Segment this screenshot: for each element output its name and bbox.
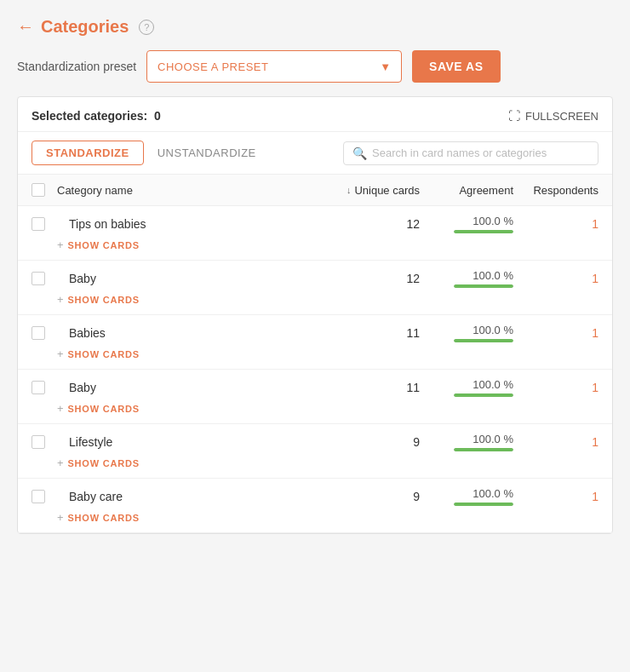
progress-fill-3 xyxy=(454,393,513,397)
table-row: Baby 11 100.0 % 1 + SHOW CARDS xyxy=(18,370,612,424)
category-name-4: Lifestyle xyxy=(57,435,326,449)
plus-icon-3: + xyxy=(57,402,64,415)
check-col-4 xyxy=(32,435,57,449)
table-row: Babies 11 100.0 % 1 + SHOW CARDS xyxy=(18,315,612,370)
plus-icon-5: + xyxy=(57,511,64,524)
row-checkbox-0[interactable] xyxy=(32,217,45,231)
col-respondents-header: Respondents xyxy=(513,184,598,197)
back-nav[interactable]: ← Categories ? xyxy=(17,17,613,37)
fullscreen-icon: ⛶ xyxy=(508,109,520,123)
agreement-col-5: 100.0 % xyxy=(420,487,513,506)
agreement-col-3: 100.0 % xyxy=(420,378,513,397)
toolbar: STANDARDIZE UNSTANDARDIZE 🔍 xyxy=(18,132,612,175)
main-panel: Selected categories: 0 ⛶ FULLSCREEN STAN… xyxy=(17,96,613,534)
standardize-button[interactable]: STANDARDIZE xyxy=(32,141,144,165)
row-sub-0: + SHOW CARDS xyxy=(18,237,612,260)
row-main-1: Baby 12 100.0 % 1 xyxy=(18,261,612,291)
table-row: Tips on babies 12 100.0 % 1 + SHOW CARDS xyxy=(18,206,612,261)
category-name-3: Baby xyxy=(57,381,326,394)
fullscreen-button[interactable]: ⛶ FULLSCREEN xyxy=(508,109,598,123)
back-arrow-icon: ← xyxy=(17,17,34,37)
progress-bar-3 xyxy=(454,393,513,397)
agreement-val-1: 100.0 % xyxy=(472,269,513,282)
row-checkbox-5[interactable] xyxy=(32,490,45,503)
row-sub-4: + SHOW CARDS xyxy=(18,455,612,478)
help-icon[interactable]: ? xyxy=(139,20,154,35)
check-col-2 xyxy=(32,326,57,340)
category-name-0: Tips on babies xyxy=(57,217,326,231)
show-cards-label-1: SHOW CARDS xyxy=(67,295,139,305)
respondents-val-0: 1 xyxy=(513,217,598,231)
show-cards-label-4: SHOW CARDS xyxy=(67,458,139,468)
show-cards-button-5[interactable]: + SHOW CARDS xyxy=(57,511,140,524)
agreement-col-4: 100.0 % xyxy=(420,433,513,451)
check-col-1 xyxy=(32,272,57,285)
show-cards-label-0: SHOW CARDS xyxy=(67,240,139,250)
respondents-val-2: 1 xyxy=(513,326,598,340)
show-cards-label-3: SHOW CARDS xyxy=(67,404,139,414)
row-sub-2: + SHOW CARDS xyxy=(18,346,612,369)
plus-icon-2: + xyxy=(57,347,64,360)
agreement-val-0: 100.0 % xyxy=(472,215,513,227)
respondents-val-1: 1 xyxy=(513,272,598,285)
row-main-5: Baby care 9 100.0 % 1 xyxy=(18,479,612,509)
progress-fill-5 xyxy=(454,503,513,506)
preset-placeholder: CHOOSE A PRESET xyxy=(158,60,268,73)
search-box: 🔍 xyxy=(343,141,598,165)
show-cards-label-2: SHOW CARDS xyxy=(67,349,139,359)
agreement-val-5: 100.0 % xyxy=(472,487,513,500)
table-row: Lifestyle 9 100.0 % 1 + SHOW CARDS xyxy=(18,424,612,479)
category-name-1: Baby xyxy=(57,272,326,285)
select-all-checkbox[interactable] xyxy=(32,183,45,197)
plus-icon-1: + xyxy=(57,293,64,306)
unique-val-0: 12 xyxy=(326,217,420,231)
agreement-val-3: 100.0 % xyxy=(472,378,513,391)
chevron-down-icon: ▼ xyxy=(380,60,391,73)
show-cards-button-1[interactable]: + SHOW CARDS xyxy=(57,293,140,306)
progress-bar-2 xyxy=(454,339,513,342)
agreement-col-2: 100.0 % xyxy=(420,324,513,342)
category-list: Tips on babies 12 100.0 % 1 + SHOW CARDS… xyxy=(18,206,612,533)
preset-select[interactable]: CHOOSE A PRESET ▼ xyxy=(146,50,402,83)
page-title: Categories xyxy=(41,17,129,37)
show-cards-button-4[interactable]: + SHOW CARDS xyxy=(57,457,140,469)
row-sub-5: + SHOW CARDS xyxy=(18,509,612,532)
category-name-5: Baby care xyxy=(57,490,326,503)
show-cards-button-0[interactable]: + SHOW CARDS xyxy=(57,238,140,251)
table-row: Baby care 9 100.0 % 1 + SHOW CARDS xyxy=(18,479,612,533)
progress-fill-1 xyxy=(454,284,513,288)
progress-bar-1 xyxy=(454,284,513,288)
row-checkbox-4[interactable] xyxy=(32,435,45,449)
row-main-3: Baby 11 100.0 % 1 xyxy=(18,370,612,400)
search-input[interactable] xyxy=(372,146,589,159)
preset-label: Standardization preset xyxy=(17,60,136,73)
unique-val-2: 11 xyxy=(326,326,420,340)
row-main-4: Lifestyle 9 100.0 % 1 xyxy=(18,424,612,455)
table-header: Category name ↓ Unique cards Agreement R… xyxy=(18,175,612,206)
unique-val-4: 9 xyxy=(326,435,420,449)
save-as-button[interactable]: SAVE AS xyxy=(412,50,500,83)
respondents-val-3: 1 xyxy=(513,381,598,394)
plus-icon-4: + xyxy=(57,457,64,469)
unstandardize-button[interactable]: UNSTANDARDIZE xyxy=(144,141,270,164)
progress-bar-5 xyxy=(454,503,513,506)
row-main-0: Tips on babies 12 100.0 % 1 xyxy=(18,206,612,237)
check-col-5 xyxy=(32,490,57,503)
row-checkbox-1[interactable] xyxy=(32,272,45,285)
row-main-2: Babies 11 100.0 % 1 xyxy=(18,315,612,346)
selected-count: Selected categories: 0 xyxy=(32,109,161,123)
progress-fill-0 xyxy=(454,230,513,233)
progress-bar-0 xyxy=(454,230,513,233)
row-sub-1: + SHOW CARDS xyxy=(18,291,612,314)
sort-icon: ↓ xyxy=(346,185,352,195)
panel-header: Selected categories: 0 ⛶ FULLSCREEN xyxy=(18,97,612,132)
show-cards-button-3[interactable]: + SHOW CARDS xyxy=(57,402,140,415)
check-col-3 xyxy=(32,381,57,394)
row-checkbox-2[interactable] xyxy=(32,326,45,340)
show-cards-button-2[interactable]: + SHOW CARDS xyxy=(57,347,140,360)
table-row: Baby 12 100.0 % 1 + SHOW CARDS xyxy=(18,261,612,315)
search-icon: 🔍 xyxy=(352,146,367,160)
progress-fill-2 xyxy=(454,339,513,342)
row-checkbox-3[interactable] xyxy=(32,381,45,394)
row-sub-3: + SHOW CARDS xyxy=(18,400,612,423)
